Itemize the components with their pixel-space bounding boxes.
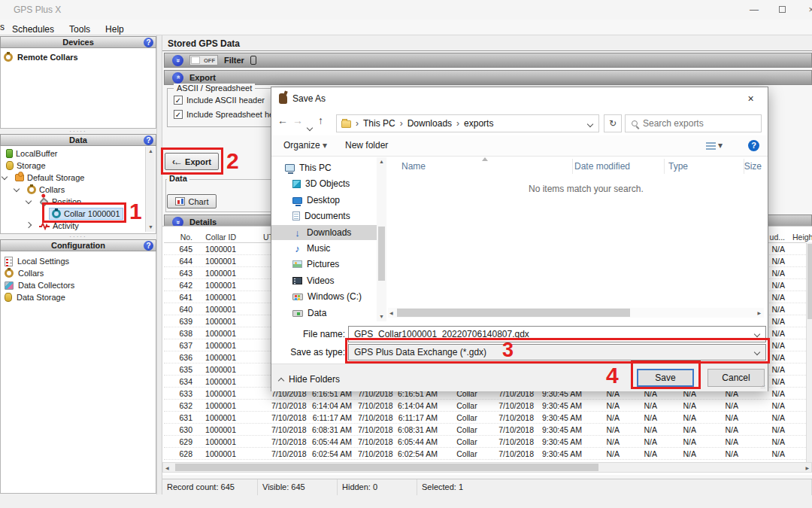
config-item-data-storage[interactable]: Data Storage bbox=[1, 291, 156, 303]
scrollbar-thumb[interactable] bbox=[807, 244, 812, 319]
cell: N/A bbox=[586, 400, 624, 411]
filter-toggle[interactable]: OFF bbox=[189, 55, 218, 65]
chevron-down-icon[interactable]: » bbox=[172, 55, 183, 66]
place-item-desktop[interactable]: Desktop bbox=[271, 193, 377, 208]
breadcrumb[interactable]: ›This PC›Downloads›exports bbox=[336, 114, 599, 132]
place-item-downloads[interactable]: ↓Downloads bbox=[271, 225, 377, 240]
table-row[interactable]: 63210000017/10/20186:14:04 AM7/10/20186:… bbox=[164, 400, 812, 412]
chevron-down-icon[interactable] bbox=[754, 331, 760, 337]
table-row[interactable]: 63010000017/10/20186:08:31 AM7/10/20186:… bbox=[164, 424, 812, 436]
back-icon[interactable]: ← bbox=[277, 114, 288, 126]
view-caret-icon[interactable]: ▾ bbox=[718, 140, 723, 151]
place-item-pictures[interactable]: Pictures bbox=[271, 257, 377, 272]
maximize-button[interactable] bbox=[770, 0, 795, 20]
column-header-height[interactable]: Height bbox=[789, 231, 812, 242]
place-item-videos[interactable]: Videos bbox=[271, 273, 377, 288]
forward-icon[interactable]: → bbox=[292, 114, 303, 126]
cell: 7/10/2018 bbox=[356, 412, 394, 423]
organize-button[interactable]: Organize ▾ bbox=[283, 140, 327, 151]
breadcrumb-item-exports[interactable]: exports bbox=[464, 118, 493, 129]
menu-tools[interactable]: Tools bbox=[62, 22, 98, 35]
table-hscrollbar[interactable]: ◀ ▶ bbox=[162, 462, 812, 473]
up-icon[interactable]: ↑ bbox=[318, 114, 323, 126]
chart-button[interactable]: Chart bbox=[167, 194, 217, 208]
cell: Collar bbox=[442, 436, 495, 447]
menu-help[interactable]: Help bbox=[98, 22, 132, 35]
refresh-button[interactable]: ↻ bbox=[604, 114, 622, 132]
scroll-down-icon[interactable]: ▼ bbox=[146, 223, 156, 232]
menu-schedules[interactable]: Schedules bbox=[5, 22, 62, 35]
configuration-panel: Local SettingsCollarsData CollectorsData… bbox=[0, 251, 156, 494]
table-vscrollbar[interactable] bbox=[806, 242, 812, 462]
collar-gold-icon bbox=[4, 53, 13, 62]
cell: 7/10/2018 bbox=[356, 436, 394, 447]
file-column-size[interactable]: Size bbox=[744, 161, 762, 172]
place-item-3d-objects[interactable]: 3D Objects bbox=[271, 176, 377, 191]
sidebar-splitter[interactable] bbox=[156, 35, 162, 494]
table-row[interactable]: 62910000017/10/20186:05:44 AM7/10/20186:… bbox=[164, 436, 812, 448]
place-item-windows-c[interactable]: Windows (C:) bbox=[271, 289, 377, 304]
cell: N/A bbox=[586, 424, 624, 435]
place-item-music[interactable]: ♪Music bbox=[271, 241, 377, 256]
scrollbar-thumb[interactable] bbox=[175, 464, 598, 471]
config-item-local-settings[interactable]: Local Settings bbox=[1, 255, 156, 267]
search-input[interactable]: Search exports bbox=[625, 114, 762, 132]
chevron-up-icon[interactable]: » bbox=[172, 72, 183, 84]
place-item-this-pc[interactable]: This PC bbox=[271, 160, 377, 175]
scroll-down-icon[interactable]: ▼ bbox=[377, 312, 386, 321]
tree-item-localbuffer[interactable]: LocalBuffer bbox=[1, 148, 144, 160]
table-row[interactable]: 62810000017/10/20186:02:54 AM7/10/20186:… bbox=[164, 448, 812, 460]
drive-icon bbox=[292, 310, 303, 317]
expander-down-icon[interactable] bbox=[14, 186, 20, 192]
column-header-no[interactable]: No. bbox=[164, 231, 197, 242]
scroll-left-icon[interactable]: ◀ bbox=[389, 309, 393, 318]
hide-folders-button[interactable]: Hide Folders bbox=[279, 374, 340, 385]
minimize-button[interactable]: — bbox=[741, 0, 767, 20]
breadcrumb-item-this-pc[interactable]: This PC bbox=[363, 118, 395, 129]
sort-ascending-icon[interactable] bbox=[482, 157, 488, 161]
history-chevron-icon[interactable] bbox=[308, 120, 312, 132]
include-ascii-header-checkbox[interactable]: ✓ Include ASCII header bbox=[174, 96, 265, 105]
scroll-right-icon[interactable]: ▶ bbox=[805, 464, 809, 473]
sidebar-item-remote-collars[interactable]: Remote Collars bbox=[4, 53, 78, 62]
table-row[interactable]: 63110000017/10/20186:11:17 AM7/10/20186:… bbox=[164, 412, 812, 424]
config-item-collars[interactable]: Collars bbox=[1, 267, 156, 279]
help-icon[interactable]: ? bbox=[144, 241, 153, 251]
help-icon[interactable]: ? bbox=[144, 135, 153, 145]
tree-item-default-storage[interactable]: Default Storage bbox=[1, 172, 144, 184]
place-item-documents[interactable]: Documents bbox=[271, 208, 377, 224]
breadcrumb-separator-icon: › bbox=[400, 118, 403, 129]
breadcrumb-item-downloads[interactable]: Downloads bbox=[408, 118, 452, 129]
dialog-close-button[interactable]: × bbox=[734, 87, 768, 110]
tree-item-collars[interactable]: Collars bbox=[1, 184, 144, 196]
scroll-left-icon[interactable]: ◀ bbox=[165, 464, 169, 473]
help-icon[interactable]: ? bbox=[144, 38, 153, 47]
scroll-up-icon[interactable]: ▲ bbox=[146, 147, 156, 156]
file-column-name[interactable]: Name bbox=[401, 161, 426, 172]
view-options-icon[interactable] bbox=[706, 142, 716, 150]
new-folder-button[interactable]: New folder bbox=[345, 140, 388, 151]
resize-grip[interactable]: .:: bbox=[760, 383, 765, 390]
close-button[interactable]: × bbox=[798, 0, 812, 20]
places-scrollbar[interactable]: ▲ ▼ bbox=[377, 157, 386, 321]
cancel-button[interactable]: Cancel bbox=[707, 369, 765, 387]
scroll-up-icon[interactable]: ▲ bbox=[377, 157, 386, 166]
breadcrumb-dropdown-icon[interactable] bbox=[588, 118, 592, 129]
file-column-date-modified[interactable]: Date modified bbox=[574, 161, 630, 172]
place-item-data[interactable]: Data bbox=[271, 306, 377, 321]
expander-down-icon[interactable] bbox=[2, 174, 8, 180]
scrollbar-thumb[interactable] bbox=[397, 309, 630, 317]
column-header-collar-id[interactable]: Collar ID bbox=[197, 231, 241, 242]
file-column-type[interactable]: Type bbox=[668, 161, 688, 172]
tree-item-storage[interactable]: Storage bbox=[1, 160, 144, 172]
expander-right-icon[interactable] bbox=[26, 222, 32, 228]
expander-down-icon[interactable] bbox=[26, 198, 32, 204]
file-list-hscrollbar[interactable]: ◀ ▶ bbox=[388, 308, 764, 318]
cell: N/A bbox=[743, 412, 789, 423]
cell: Collar bbox=[442, 412, 495, 423]
scrollbar-thumb[interactable] bbox=[378, 227, 385, 281]
tree-scrollbar[interactable]: ▲ ▼ bbox=[145, 147, 155, 232]
config-item-data-collectors[interactable]: Data Collectors bbox=[1, 279, 156, 291]
scroll-right-icon[interactable]: ▶ bbox=[757, 309, 761, 318]
dialog-help-icon[interactable]: ? bbox=[748, 140, 759, 151]
